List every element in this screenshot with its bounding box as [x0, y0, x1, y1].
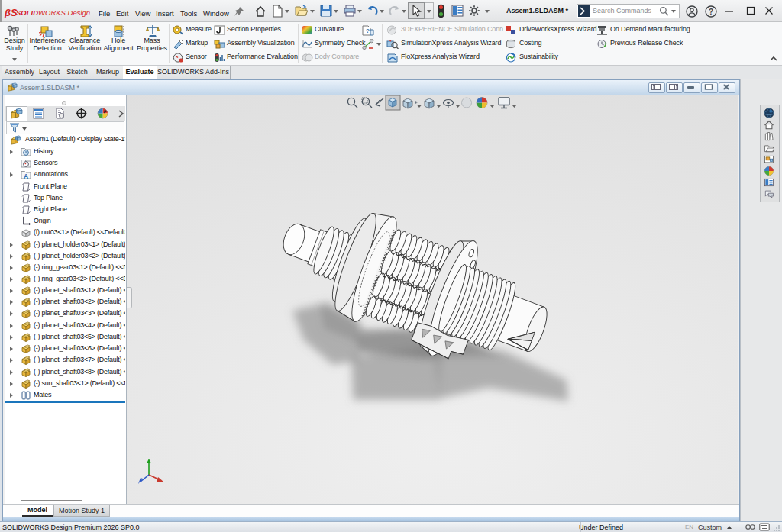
svg-text:?: ? — [709, 8, 713, 16]
svg-text:SOLIDWORKS Design: SOLIDWORKS Design — [16, 8, 90, 17]
svg-text:A: A — [24, 172, 28, 180]
svg-text:?: ? — [366, 27, 370, 34]
